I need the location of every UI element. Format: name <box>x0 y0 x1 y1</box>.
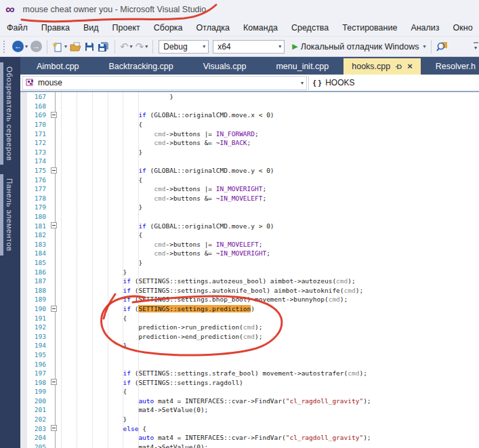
outlining-margin <box>50 129 60 138</box>
navigate-back-icon: ← <box>12 41 24 52</box>
start-debugging-button[interactable]: ▶ Локальный отладчик Windows ▾ <box>288 39 425 55</box>
code-line: 177 cmd->buttons |= IN_MOVERIGHT; <box>20 184 479 194</box>
line-number: 174 <box>27 157 50 165</box>
line-number: 181 <box>27 222 50 230</box>
toolbar-overflow-button[interactable]: ▾ <box>472 42 479 51</box>
code-line: 193 prediction->end_prediction(cmd); <box>20 331 479 341</box>
close-icon[interactable]: × <box>407 63 413 70</box>
tab-label: hooks.cpp <box>352 62 390 71</box>
outlining-margin <box>50 285 60 295</box>
menu-item-4[interactable]: Проект <box>106 20 147 35</box>
solution-platform-dropdown[interactable]: x64 ▾ <box>213 40 285 54</box>
tab-aimbot.cpp[interactable]: Aimbot.cpp <box>22 58 94 75</box>
tool-tab-2[interactable]: Панель элементов <box>0 174 20 256</box>
tab-backtracking.cpp[interactable]: Backtracking.cpp <box>94 58 188 75</box>
tab-visuals.cpp[interactable]: Visuals.cpp <box>188 58 262 75</box>
code-text: } <box>60 259 142 266</box>
code-line: 173 } <box>20 148 479 157</box>
menu-item-8[interactable]: Средства <box>285 20 335 35</box>
member-dropdown[interactable]: { } HOOKS <box>313 78 355 87</box>
redo-button[interactable]: ↷ ▾ <box>136 39 148 55</box>
outlining-margin <box>50 378 60 387</box>
configuration-caret: ▾ <box>203 43 205 49</box>
code-line: 185 } <box>20 258 479 268</box>
code-text: if (GLOBAL::originalCMD.move.y > 0) <box>60 222 274 230</box>
open-file-button[interactable] <box>70 39 81 55</box>
code-line: 184 cmd->buttons &= ~IN_MOVERIGHT; <box>20 249 479 258</box>
collapse-box-icon[interactable] <box>51 306 57 312</box>
code-text: } <box>60 148 142 156</box>
code-line: 182 { <box>20 230 479 240</box>
toolbar: ← ▾ → ▾ <box>0 36 479 57</box>
line-number: 168 <box>27 102 50 110</box>
redo-caret[interactable]: ▾ <box>145 43 148 49</box>
menu-item-5[interactable]: Сборка <box>147 20 190 35</box>
collapse-box-icon[interactable] <box>51 379 57 385</box>
platform-value: x64 <box>217 42 230 52</box>
code-line: 201 mat4->SetValue(0); <box>20 405 479 415</box>
code-line: 174 <box>20 157 479 166</box>
document-tab-strip: Aimbot.cppBacktracking.cppVisuals.cppmen… <box>20 57 479 75</box>
outlining-margin <box>50 203 60 212</box>
menu-item-1[interactable]: Файл <box>0 20 35 35</box>
scope-dropdown[interactable]: mouse ▾ <box>22 76 307 90</box>
menu-item-10[interactable]: Анализ <box>404 20 446 35</box>
outlining-margin <box>50 110 60 120</box>
outlining-margin <box>50 405 60 415</box>
code-line: 189 if (SETTINGS::settings.bhop_bool) mo… <box>20 295 479 304</box>
tab-menu_init.cpp[interactable]: menu_init.cpp <box>261 58 343 75</box>
tab-resolver.h[interactable]: Resolver.h <box>421 58 479 75</box>
collapse-box-icon[interactable] <box>51 222 57 228</box>
tool-tab-strip <box>0 62 3 165</box>
code-text: if (SETTINGS::settings.autozeus_bool) ai… <box>60 277 356 285</box>
outlining-margin <box>50 230 60 240</box>
toolbar-grip[interactable] <box>3 41 7 53</box>
outlining-margin <box>50 359 60 369</box>
menu-item-9[interactable]: Тестирование <box>335 20 404 35</box>
braces-icon: { } <box>313 79 321 87</box>
code-text: { <box>60 231 142 239</box>
line-number: 180 <box>27 213 50 220</box>
outlining-margin <box>50 184 60 194</box>
save-all-button[interactable] <box>98 39 110 55</box>
outlining-margin <box>50 148 60 157</box>
code-line: 199 { <box>20 387 479 396</box>
undo-button[interactable]: ↶ ▾ <box>120 39 133 55</box>
code-line: 188 if (SETTINGS::settings.autoknife_boo… <box>20 285 479 295</box>
code-line: 204 auto mat4 = INTERFACES::cvar->FindVa… <box>20 433 479 443</box>
new-item-caret[interactable]: ▾ <box>64 43 67 49</box>
navigate-back-caret[interactable]: ▾ <box>25 43 28 49</box>
code-text: if (SETTINGS::settings.bhop_bool) moveme… <box>60 296 348 303</box>
collapse-box-icon[interactable] <box>51 167 57 174</box>
navigate-back-button[interactable]: ← ▾ <box>12 39 28 55</box>
undo-caret[interactable]: ▾ <box>130 43 133 49</box>
left-tool-tabs: Обозреватель серверовПанель элементов <box>0 57 20 448</box>
line-number: 204 <box>27 434 50 441</box>
code-text: cmd->buttons &= ~IN_BACK; <box>60 139 251 146</box>
code-editor[interactable]: 167 }168169 if (GLOBAL::originalCMD.move… <box>20 92 479 448</box>
tool-tab-1[interactable]: Обозреватель серверов <box>0 62 20 165</box>
outlining-margin <box>50 313 60 323</box>
start-debugging-caret[interactable]: ▾ <box>423 43 426 49</box>
code-text: prediction->end_prediction(cmd); <box>60 333 262 340</box>
tab-hooks.cpp[interactable]: hooks.cpp× <box>343 58 421 75</box>
save-button[interactable] <box>84 39 95 55</box>
menu-item-11[interactable]: Окно <box>446 20 479 35</box>
tool-tab-label: Обозреватель серверов <box>5 62 14 165</box>
navigate-forward-button[interactable]: → <box>30 39 42 55</box>
outlining-margin <box>50 304 60 314</box>
line-number: 185 <box>27 259 50 266</box>
collapse-box-icon[interactable] <box>51 112 57 118</box>
solution-configuration-dropdown[interactable]: Debug ▾ <box>159 40 209 54</box>
menu-item-3[interactable]: Вид <box>77 20 106 35</box>
menu-item-6[interactable]: Отладка <box>190 20 236 35</box>
pin-icon[interactable] <box>395 63 402 70</box>
toolbar-overflow-caret: ▾ <box>474 45 477 51</box>
collapse-box-icon[interactable] <box>51 425 57 431</box>
line-number: 198 <box>27 379 50 386</box>
find-in-files-button[interactable] <box>436 39 448 55</box>
code-line: 197 if (SETTINGS::settings.strafe_bool) … <box>20 369 479 378</box>
menu-item-2[interactable]: Правка <box>35 20 77 35</box>
new-item-button[interactable]: ▾ <box>52 39 67 55</box>
menu-item-7[interactable]: Команда <box>236 20 285 35</box>
